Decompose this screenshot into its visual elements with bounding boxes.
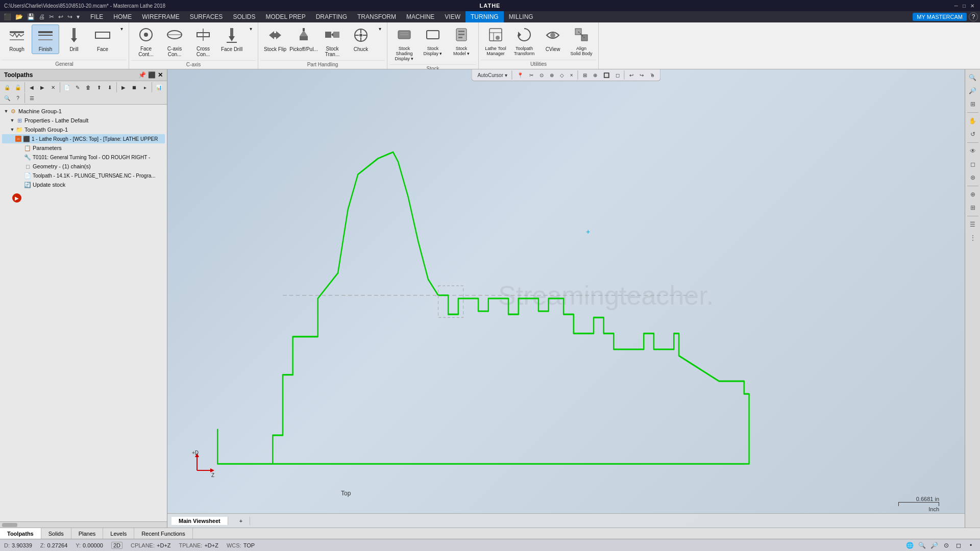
- status-globe-button[interactable]: 🌐: [904, 541, 915, 550]
- rail-shade-button[interactable]: ◻: [967, 158, 979, 170]
- status-zoom-out-button[interactable]: 🔎: [929, 541, 939, 550]
- vp-cut-button[interactable]: ✂: [527, 71, 536, 80]
- menu-turning[interactable]: TURNING: [465, 11, 504, 22]
- tp-step-button[interactable]: ▸: [140, 82, 150, 92]
- tree-geometry[interactable]: ◻ Geometry - (1) chain(s): [2, 162, 165, 171]
- tp-chart-button[interactable]: 📊: [154, 82, 164, 92]
- tab-recent-functions[interactable]: Recent Functions: [134, 528, 193, 539]
- status-zoom-in-button[interactable]: 🔍: [917, 541, 927, 550]
- qa-print-button[interactable]: 🖨: [37, 13, 46, 21]
- tab-planes[interactable]: Planes: [71, 528, 104, 539]
- status-2d[interactable]: 2D: [111, 542, 122, 549]
- horizontal-scrollbar[interactable]: [0, 521, 167, 528]
- tp-simulate-button[interactable]: ▶: [118, 82, 129, 92]
- qa-undo-button[interactable]: ↩: [57, 13, 65, 21]
- menu-milling[interactable]: MILLING: [504, 11, 538, 22]
- tab-solids[interactable]: Solids: [41, 528, 71, 539]
- rail-grid-button[interactable]: ⊞: [967, 202, 979, 214]
- tree-properties[interactable]: ▼ ⊞ Properties - Lathe Default: [2, 116, 165, 125]
- menu-view[interactable]: VIEW: [439, 11, 465, 22]
- tp-stop-button[interactable]: ⏹: [129, 82, 139, 92]
- menu-solids[interactable]: SOLIDS: [228, 11, 260, 22]
- tree-tool[interactable]: 🔧 T0101: General Turning Tool - OD ROUGH…: [2, 153, 165, 162]
- viewport[interactable]: AutoCursor ▾ 📍 ✂ ⊙ ⊕ ◇ × ⊞ ⊕ 🔲 ◻ ↩ ↪ 🖱 S…: [167, 69, 965, 528]
- rail-view-button[interactable]: 👁: [967, 145, 979, 157]
- face-contour-button[interactable]: Face Cont...: [132, 24, 160, 59]
- rail-more-button[interactable]: ⋮: [967, 232, 979, 244]
- rail-rotate-button[interactable]: ↺: [967, 128, 979, 140]
- tp-help-button[interactable]: ?: [13, 93, 23, 103]
- face-drill-button[interactable]: Face Drill: [218, 24, 246, 54]
- vp-plus2-button[interactable]: ⊕: [591, 71, 600, 80]
- rail-fit-button[interactable]: ⊞: [967, 98, 979, 110]
- rail-zoom-in-button[interactable]: 🔍: [967, 71, 979, 84]
- toolpath-transform-button[interactable]: ToolpathTransform: [510, 24, 538, 58]
- panel-float-button[interactable]: ⬛: [148, 71, 156, 79]
- vp-snap-button[interactable]: 📍: [514, 71, 526, 80]
- rough-button[interactable]: Rough: [3, 24, 31, 54]
- tp-delete-button[interactable]: ✕: [48, 82, 58, 92]
- align-solid-body-button[interactable]: AlignSolid Body: [568, 24, 595, 58]
- play-button[interactable]: ▶: [12, 193, 21, 203]
- minimize-button[interactable]: ─: [952, 2, 960, 9]
- vp-redo-view-button[interactable]: ↪: [637, 71, 646, 80]
- qa-save-button[interactable]: 💾: [26, 13, 36, 21]
- vp-circle-button[interactable]: ⊙: [537, 71, 546, 80]
- tp-lock-button[interactable]: 🔒: [2, 82, 12, 92]
- lathe-tool-manager-button[interactable]: Lathe ToolManager: [482, 24, 509, 58]
- vp-cursor-button[interactable]: 🖱: [647, 71, 657, 80]
- menu-modelprep[interactable]: MODEL PREP: [260, 11, 310, 22]
- menu-home[interactable]: HOME: [108, 11, 137, 22]
- menu-machine[interactable]: MACHINE: [401, 11, 439, 22]
- vp-diamond-button[interactable]: ◇: [557, 71, 567, 80]
- finish-button[interactable]: Finish: [32, 24, 59, 54]
- menu-transform[interactable]: TRANSFORM: [352, 11, 401, 22]
- close-button[interactable]: ✕: [969, 2, 976, 9]
- stock-flip-button[interactable]: Stock Flip: [261, 24, 289, 54]
- menu-wireframe[interactable]: WIREFRAME: [137, 11, 184, 22]
- tab-levels[interactable]: Levels: [103, 528, 134, 539]
- tab-toolpaths[interactable]: Toolpaths: [0, 528, 41, 539]
- maximize-button[interactable]: □: [961, 2, 968, 9]
- rail-select-button[interactable]: ☰: [967, 218, 979, 231]
- stock-shading-button[interactable]: StockShading Display ▾: [390, 24, 418, 63]
- tp-up-button[interactable]: ⬆: [94, 82, 104, 92]
- qa-new-button[interactable]: ⬛: [2, 13, 13, 21]
- tp-next-button[interactable]: ▶: [37, 82, 47, 92]
- panel-pin-button[interactable]: 📌: [138, 71, 146, 79]
- scrollbar-thumb[interactable]: [2, 523, 17, 527]
- tp-unlock-button[interactable]: 🔓: [13, 82, 23, 92]
- caxis-more-button[interactable]: ▾: [247, 24, 255, 33]
- qa-open-button[interactable]: 📂: [14, 13, 24, 21]
- tp-down-button[interactable]: ⬇: [105, 82, 115, 92]
- menu-surfaces[interactable]: SURFACES: [185, 11, 228, 22]
- expand-toolpath-group-icon[interactable]: ▼: [9, 127, 15, 133]
- qa-more-button[interactable]: ▾: [75, 13, 81, 21]
- tp-remove-button[interactable]: 🗑: [83, 82, 93, 92]
- menu-drafting[interactable]: DRAFTING: [311, 11, 352, 22]
- stock-display-button[interactable]: StockDisplay ▾: [419, 24, 447, 58]
- drill-button[interactable]: Drill: [60, 24, 88, 54]
- help-button[interactable]: ?: [969, 12, 978, 21]
- menu-file[interactable]: FILE: [85, 11, 108, 22]
- vp-plus-button[interactable]: ⊕: [547, 71, 556, 80]
- expand-machine-icon[interactable]: ▼: [3, 108, 9, 114]
- vp-grid-button[interactable]: ⊞: [580, 71, 590, 80]
- status-dot-button[interactable]: •: [966, 541, 976, 550]
- pickoff-button[interactable]: Pickoff/Pul...: [290, 24, 317, 54]
- qa-redo-button[interactable]: ↪: [66, 13, 74, 21]
- tp-edit-button[interactable]: ✎: [72, 82, 83, 92]
- cross-contour-button[interactable]: Cross Con...: [189, 24, 217, 59]
- rail-wire-button[interactable]: ⊛: [967, 171, 979, 184]
- panel-close-button[interactable]: ✕: [158, 71, 163, 79]
- status-circle-button[interactable]: ⊙: [941, 541, 951, 550]
- tree-parameters[interactable]: 📋 Parameters: [2, 143, 165, 153]
- tree-toolpath[interactable]: 📄 Toolpath - 14.1K - PLUNGE_TURNSAE.NC -…: [2, 171, 165, 180]
- autocursor-button[interactable]: AutoCursor ▾: [475, 71, 509, 80]
- add-viewsheet-button[interactable]: +: [232, 517, 250, 525]
- tp-select-all-button[interactable]: ☰: [27, 93, 37, 103]
- my-mastercam-button[interactable]: MY MASTERCAM: [913, 13, 967, 21]
- rail-pan-button[interactable]: ✋: [967, 115, 979, 127]
- tp-new-button[interactable]: 📄: [62, 82, 72, 92]
- vp-box-button[interactable]: 🔲: [601, 71, 612, 80]
